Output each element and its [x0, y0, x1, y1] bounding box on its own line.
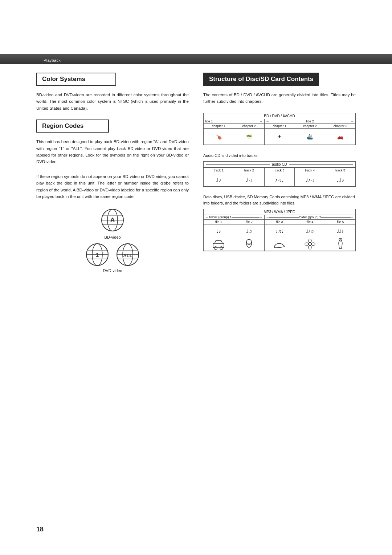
- region-codes-body1: This unit has been designed to play back…: [36, 138, 189, 165]
- mp3-file-2: file 2 ♩♫: [234, 220, 264, 238]
- mp3-folder1-label: ← folder (group) 1 →: [204, 215, 264, 220]
- page-number: 18: [36, 526, 44, 533]
- mp3-title-bar: MP3 / WMA / JPEG: [204, 209, 355, 215]
- right-margin-line: [362, 65, 362, 537]
- mp3-f2-img3-cell: [325, 238, 355, 251]
- creature-icon: [242, 238, 256, 250]
- mp3-file-3-header: file 3: [265, 220, 295, 224]
- bd-t2-ch2-cell: 🚢: [295, 129, 325, 145]
- mp3-diagram: MP3 / WMA / JPEG ← folder (group) 1 →: [203, 209, 356, 251]
- svg-point-20: [220, 247, 223, 250]
- bd-video-label: BD-video: [100, 235, 125, 239]
- svg-text:A: A: [110, 216, 115, 224]
- bd-t2-chapter-3: chapter 3 🚗: [325, 124, 355, 145]
- audio-diagram-title: audio CD: [270, 162, 289, 166]
- audio-cd-diagram: audio CD track 1 ♩♪ track 2 ♩♫: [203, 161, 356, 187]
- track-2-cell: ♩♫: [234, 173, 264, 186]
- bd-title1-chapters: chapter 1 🍗 chapter 2 🥗: [204, 124, 264, 145]
- svg-point-24: [309, 246, 311, 249]
- svg-point-26: [311, 243, 315, 246]
- globe-icons-area: A BD-video 1: [36, 208, 189, 273]
- bd-ch1-cell: 🍗: [204, 129, 234, 145]
- color-systems-body: BD-video and DVD-video are recorded in d…: [36, 92, 189, 112]
- left-margin-line: [30, 65, 30, 537]
- dvd-video-label: DVD-video: [103, 268, 122, 273]
- dvd-globe-icon-2: ALL: [115, 242, 140, 267]
- mp3-diagram-title: MP3 / WMA / JPEG: [261, 210, 297, 214]
- title1-text: title 1: [205, 119, 213, 123]
- structure-heading-box: Structure of Disc/SD Card Contents: [203, 73, 319, 86]
- structure-title: Structure of Disc/SD Card Contents: [209, 76, 313, 83]
- mp3-file-4: file 4 ♩♪♫: [295, 220, 326, 238]
- bd-globe-icon: A: [100, 208, 125, 232]
- page-number-text: 18: [36, 526, 44, 533]
- mp3-f1-img1-cell: [204, 238, 234, 251]
- track-4-header: track 4: [295, 167, 325, 173]
- tracks-row: track 1 ♩♪ track 2 ♩♫ track 3 ♪♫♩ trac: [204, 167, 355, 186]
- svg-point-25: [305, 243, 309, 246]
- main-content: Color Systems BD-video and DVD-video are…: [36, 73, 356, 519]
- right-column: Structure of Disc/SD Card Contents The c…: [203, 73, 356, 273]
- track-3-col: track 3 ♪♫♩: [265, 167, 295, 186]
- mp3-file-1-header: file 1: [204, 220, 234, 224]
- color-systems-heading-box: Color Systems: [36, 73, 116, 86]
- svg-point-21: [246, 239, 252, 244]
- svg-point-19: [214, 247, 217, 250]
- bd-video-globe-container: A BD-video: [100, 208, 125, 239]
- track-2-header: track 2: [234, 167, 264, 173]
- bd-ch2-cell: 🥗: [234, 129, 264, 145]
- mp3-f2-img2-cell: [295, 238, 325, 251]
- bd-dvd-diagram: BD / DVD / AVCHD title 1 →: [203, 113, 356, 145]
- bd-chapter-2: chapter 2 🥗: [234, 124, 264, 145]
- mp3-file-5-header: file 5: [325, 220, 355, 224]
- bd-title2-group: ← title 2 → chapter 1 ✈: [265, 119, 355, 145]
- bd-t2-chapter-2: chapter 2 🚢: [295, 124, 326, 145]
- dvd-globe-icon-1: 1: [85, 242, 110, 267]
- mp3-diagram-box: MP3 / WMA / JPEG ← folder (group) 1 →: [203, 209, 356, 251]
- mp3-folder2-group: ← folder (group) 2 → file 3 ♪♫♩: [265, 215, 355, 251]
- svg-point-22: [309, 243, 311, 246]
- track-4-cell: ♩♪♫: [295, 173, 325, 186]
- title2-text: title 2: [306, 119, 314, 123]
- bd-t2-ch3-cell: 🚗: [325, 129, 355, 145]
- car-icon: [212, 238, 225, 250]
- mp3-note: Data discs, USB device, SD Memory Cards …: [203, 194, 356, 206]
- mp3-file-5-cell: ♩♩♪: [325, 224, 355, 238]
- mp3-folders-row: ← folder (group) 1 → file 1 ♩♪ f: [204, 215, 355, 251]
- track-2-col: track 2 ♩♫: [234, 167, 265, 186]
- mp3-f2-img1: [265, 238, 295, 251]
- bd-ch2-header: chapter 2: [234, 124, 264, 129]
- region-codes-heading-box: Region Codes: [36, 119, 109, 133]
- bd-title-bar: BD / DVD / AVCHD: [204, 113, 355, 119]
- mp3-f2-img3: [325, 238, 355, 251]
- track-1-col: track 1 ♩♪: [204, 167, 234, 186]
- track-5-header: track 5: [325, 167, 355, 173]
- mp3-folder1-images: [204, 238, 264, 251]
- bd-t2-ch3-header: chapter 3: [325, 124, 355, 129]
- svg-text:1: 1: [96, 252, 99, 258]
- mp3-file-5: file 5 ♩♩♪: [325, 220, 355, 238]
- left-column: Color Systems BD-video and DVD-video are…: [36, 73, 189, 273]
- bd-t2-ch2-header: chapter 2: [295, 124, 325, 129]
- bd-diagram-title: BD / DVD / AVCHD: [262, 114, 297, 118]
- region-codes-body2: If these region symbols do not appear on…: [36, 173, 189, 200]
- mp3-f1-img2-cell: [234, 238, 264, 251]
- mp3-file-3: file 3 ♪♫♩: [265, 220, 295, 238]
- track-5-col: track 5 ♩♩♪: [325, 167, 355, 186]
- bd-t2-ch1-cell: ✈: [265, 129, 295, 145]
- flower-icon: [303, 238, 317, 250]
- mp3-folder2-files: file 3 ♪♫♩ file 4 ♩♪♫ file 5 ♩♩♪: [265, 220, 355, 238]
- mp3-file-1-cell: ♩♪: [204, 224, 234, 238]
- structure-intro: The contents of BD / DVD / AVCHD are gen…: [203, 92, 356, 105]
- region-codes-title: Region Codes: [42, 122, 103, 130]
- mp3-file-3-cell: ♪♫♩: [265, 224, 295, 238]
- track-5-cell: ♩♩♪: [325, 173, 355, 186]
- mp3-file-4-cell: ♩♪♫: [295, 224, 325, 238]
- mp3-file-2-cell: ♩♫: [234, 224, 264, 238]
- bd-title2-chapters: chapter 1 ✈ chapter 2 🚢 chapter 3 🚗: [265, 124, 355, 145]
- bd-diagram-box: BD / DVD / AVCHD title 1 →: [203, 113, 356, 145]
- mp3-folder2-label: ← folder (group) 2 →: [265, 215, 355, 220]
- track-1-header: track 1: [204, 167, 234, 173]
- mp3-file-4-header: file 4: [295, 220, 325, 224]
- page-section: Playback: [44, 58, 61, 62]
